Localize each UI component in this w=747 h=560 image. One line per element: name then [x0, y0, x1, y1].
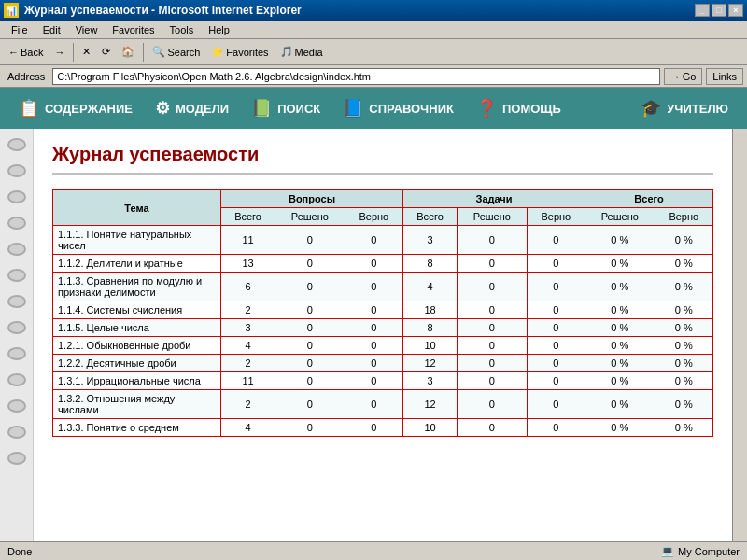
cell-t-solved: 0	[458, 390, 528, 419]
menu-view[interactable]: View	[68, 22, 106, 37]
cell-all-solved: 0 %	[585, 355, 655, 372]
cell-all-correct: 0 %	[655, 355, 712, 372]
cell-topic: 1.2.2. Десятичные дроби	[53, 355, 221, 372]
media-button[interactable]: 🎵 Media	[275, 42, 328, 63]
links-button[interactable]: Links	[706, 68, 743, 85]
col-topic: Тема	[53, 190, 221, 226]
page-title: Журнал успеваемости	[52, 144, 713, 175]
toolbar: ← Back → ✕ ⟳ 🏠 🔍 Search ⭐ Favorites 🎵 Me…	[0, 39, 747, 65]
separator-2	[143, 43, 144, 62]
back-button[interactable]: ← Back	[4, 42, 48, 63]
menu-help[interactable]: Help	[201, 22, 237, 37]
cell-q-correct: 0	[345, 226, 402, 255]
address-input[interactable]	[52, 68, 659, 85]
cell-q-solved: 0	[275, 319, 345, 337]
nav-teacher[interactable]: 🎓 УЧИТЕЛЮ	[629, 88, 740, 129]
nav-help[interactable]: ❓ ПОМОЩЬ	[465, 88, 572, 129]
cell-q-correct: 0	[345, 390, 402, 419]
cell-all-correct: 0 %	[655, 419, 712, 437]
cell-q-total: 2	[221, 301, 275, 319]
col-q-total: Всего	[221, 208, 275, 226]
cell-q-correct: 0	[345, 419, 402, 437]
cell-q-solved: 0	[275, 301, 345, 319]
favorites-button[interactable]: ⭐ Favorites	[206, 42, 273, 63]
table-header-row-1: Тема Вопросы Задачи Всего	[53, 190, 713, 208]
minimize-button[interactable]: _	[695, 4, 710, 17]
cell-q-total: 4	[221, 419, 275, 437]
nav-reference[interactable]: 📘 СПРАВОЧНИК	[331, 88, 465, 129]
home-button[interactable]: 🏠	[117, 42, 139, 63]
nav-models[interactable]: ⚙ МОДЕЛИ	[144, 88, 240, 129]
home-icon: 🏠	[121, 46, 134, 58]
cell-q-solved: 0	[275, 419, 345, 437]
nav-contents[interactable]: 📋 СОДЕРЖАНИЕ	[7, 88, 144, 129]
cell-t-correct: 0	[527, 419, 585, 437]
go-button[interactable]: → Go	[664, 68, 703, 85]
content-area: Журнал успеваемости Тема Вопросы Задачи …	[34, 129, 732, 541]
cell-topic: 1.2.1. Обыкновенные дроби	[53, 337, 221, 355]
cell-all-solved: 0 %	[585, 226, 655, 255]
cell-t-solved: 0	[458, 273, 528, 301]
binder-ring	[7, 190, 26, 203]
search-button[interactable]: 🔍 Search	[148, 42, 204, 63]
back-icon: ←	[8, 47, 19, 58]
cell-t-total: 10	[403, 337, 458, 355]
cell-q-solved: 0	[275, 390, 345, 419]
cell-q-correct: 0	[345, 301, 402, 319]
cell-t-correct: 0	[527, 273, 585, 301]
binder-ring	[7, 295, 26, 308]
menu-edit[interactable]: Edit	[35, 22, 68, 37]
menu-file[interactable]: File	[4, 22, 35, 37]
contents-icon: 📋	[19, 98, 39, 119]
maximize-button[interactable]: □	[712, 4, 726, 17]
status-right: 💻 My Computer	[661, 545, 740, 557]
binder-ring	[7, 164, 26, 177]
status-bar: Done 💻 My Computer	[0, 541, 747, 560]
col-all-correct: Верно	[655, 208, 712, 226]
cell-t-total: 8	[403, 255, 458, 273]
forward-button[interactable]: →	[49, 42, 69, 63]
favorites-icon: ⭐	[211, 46, 224, 58]
cell-all-correct: 0 %	[655, 273, 712, 301]
binder-ring	[7, 217, 26, 230]
cell-q-total: 11	[221, 372, 275, 390]
cell-q-correct: 0	[345, 337, 402, 355]
cell-t-correct: 0	[527, 390, 585, 419]
close-button[interactable]: ×	[728, 4, 743, 17]
stop-icon: ✕	[82, 46, 91, 58]
status-computer: My Computer	[678, 546, 740, 557]
refresh-button[interactable]: ⟳	[97, 42, 115, 63]
cell-t-solved: 0	[458, 372, 528, 390]
cell-t-total: 8	[403, 319, 458, 337]
cell-topic: 1.3.3. Понятие о среднем	[53, 419, 221, 437]
cell-t-total: 10	[403, 419, 458, 437]
cell-topic: 1.1.2. Делители и кратные	[53, 255, 221, 273]
nav-search[interactable]: 📗 ПОИСК	[240, 88, 331, 129]
cell-t-total: 3	[403, 372, 458, 390]
search-icon: 🔍	[152, 46, 165, 58]
cell-all-correct: 0 %	[655, 390, 712, 419]
address-label: Address	[4, 71, 49, 82]
cell-t-correct: 0	[527, 319, 585, 337]
cell-t-correct: 0	[527, 337, 585, 355]
cell-t-total: 12	[403, 390, 458, 419]
stop-button[interactable]: ✕	[78, 42, 95, 63]
help-icon: ❓	[476, 98, 497, 119]
cell-t-total: 3	[403, 226, 458, 255]
cell-all-correct: 0 %	[655, 226, 712, 255]
menu-favorites[interactable]: Favorites	[105, 22, 162, 37]
cell-all-correct: 0 %	[655, 372, 712, 390]
search-nav-icon: 📗	[251, 98, 272, 119]
window-controls[interactable]: _ □ ×	[695, 4, 743, 17]
cell-q-correct: 0	[345, 255, 402, 273]
menu-tools[interactable]: Tools	[162, 22, 202, 37]
cell-q-correct: 0	[345, 319, 402, 337]
menu-bar: File Edit View Favorites Tools Help	[0, 21, 747, 39]
reference-label: СПРАВОЧНИК	[369, 102, 454, 116]
table-row: 1.2.1. Обыкновенные дроби 4 0 0 10 0 0 0…	[53, 337, 713, 355]
scrollbar[interactable]	[732, 129, 747, 541]
cell-q-total: 3	[221, 319, 275, 337]
cell-q-total: 6	[221, 273, 275, 301]
table-row: 1.1.3. Сравнения по модулю и признаки де…	[53, 273, 713, 301]
col-t-correct: Верно	[527, 208, 585, 226]
